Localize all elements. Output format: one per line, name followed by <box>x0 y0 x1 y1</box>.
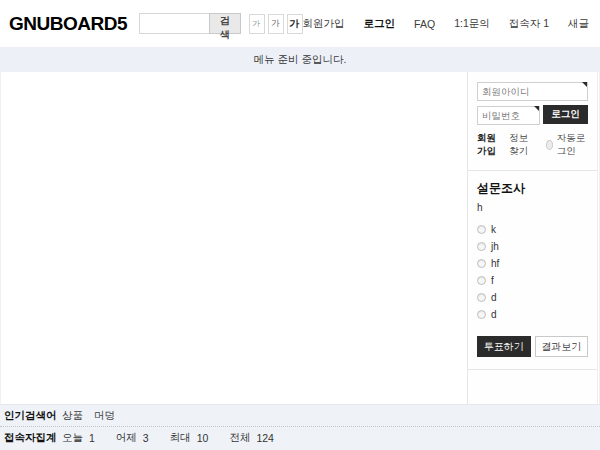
stat-value: 1 <box>89 432 95 444</box>
survey-option-label: jh <box>491 241 499 252</box>
survey-option-label: d <box>491 292 497 303</box>
search-button[interactable]: 검색 <box>209 13 241 34</box>
menu-placeholder-message: 메뉴 준비 중입니다. <box>254 53 347 67</box>
vote-button[interactable]: 투표하기 <box>477 336 531 357</box>
radio-icon[interactable] <box>477 242 486 251</box>
survey-option-2[interactable]: jh <box>477 238 588 255</box>
sidebar: 로그인 회원가입 정보찾기 자동로그인 설문조사 h k <box>467 72 598 404</box>
popular-search-item[interactable]: 상품 <box>62 409 83 423</box>
page: GNUBOARD5 검색 가 가 가 회원가입 로그인 FAQ 1:1문의 접속… <box>0 0 600 450</box>
popular-search-links: 상품 머덩 <box>62 409 115 423</box>
register-link[interactable]: 회원가입 <box>477 132 503 158</box>
visitor-stats-title: 접속자집계 <box>4 431 62 445</box>
survey-option-label: f <box>491 275 494 286</box>
stat-value: 10 <box>197 432 209 444</box>
radio-icon[interactable] <box>477 225 486 234</box>
survey-option-1[interactable]: k <box>477 221 588 238</box>
login-links: 회원가입 정보찾기 자동로그인 <box>477 132 588 158</box>
login-button[interactable]: 로그인 <box>543 105 588 124</box>
visitor-stats: 오늘 1 어제 3 최대 10 전체 124 <box>62 431 295 445</box>
password-row: 로그인 <box>477 105 588 125</box>
survey-option-5[interactable]: d <box>477 289 588 306</box>
search-form: 검색 <box>139 13 241 34</box>
stat-total: 전체 124 <box>229 431 274 445</box>
stat-yesterday: 어제 3 <box>116 431 149 445</box>
stat-max: 최대 10 <box>170 431 209 445</box>
search-input[interactable] <box>139 13 209 34</box>
stat-value: 124 <box>256 432 274 444</box>
footer: 인기검색어 상품 머덩 접속자집계 오늘 1 어제 3 최대 10 <box>0 405 600 450</box>
font-decrease-button[interactable]: 가 <box>249 14 265 34</box>
radio-icon[interactable] <box>477 293 486 302</box>
stat-today: 오늘 1 <box>62 431 95 445</box>
results-button[interactable]: 결과보기 <box>535 336 589 357</box>
font-size-controls: 가 가 가 <box>249 14 303 34</box>
nav-login[interactable]: 로그인 <box>364 17 396 31</box>
nav-faq[interactable]: FAQ <box>414 18 435 30</box>
auto-login-label: 자동로그인 <box>557 132 588 158</box>
stat-label: 전체 <box>229 431 250 445</box>
member-id-field-wrap <box>477 81 588 101</box>
survey-option-3[interactable]: hf <box>477 255 588 272</box>
stat-label: 어제 <box>116 431 137 445</box>
survey-question: h <box>477 202 588 213</box>
site-logo[interactable]: GNUBOARD5 <box>9 13 127 35</box>
font-increase-button[interactable]: 가 <box>287 14 303 34</box>
radio-icon[interactable] <box>477 276 486 285</box>
header: GNUBOARD5 검색 가 가 가 회원가입 로그인 FAQ 1:1문의 접속… <box>0 0 600 47</box>
menu-bar: 메뉴 준비 중입니다. <box>0 47 600 72</box>
survey-buttons: 투표하기 결과보기 <box>477 336 588 357</box>
member-id-input[interactable] <box>477 82 588 101</box>
visitor-stats-row: 접속자집계 오늘 1 어제 3 최대 10 전체 124 <box>0 427 600 449</box>
auto-login-toggle[interactable]: 자동로그인 <box>546 132 588 158</box>
stat-label: 오늘 <box>62 431 83 445</box>
popular-search-title: 인기검색어 <box>4 409 62 423</box>
survey-option-label: d <box>491 309 497 320</box>
popular-search-item[interactable]: 머덩 <box>94 409 115 423</box>
nav-visitors[interactable]: 접속자 1 <box>509 17 549 31</box>
survey-option-4[interactable]: f <box>477 272 588 289</box>
survey-option-label: hf <box>491 258 499 269</box>
top-nav: 회원가입 로그인 FAQ 1:1문의 접속자 1 새글 <box>303 17 591 31</box>
nav-new-posts[interactable]: 새글 <box>568 17 589 31</box>
nav-register[interactable]: 회원가입 <box>303 17 345 31</box>
stat-value: 3 <box>143 432 149 444</box>
find-info-link[interactable]: 정보찾기 <box>509 132 535 158</box>
login-box: 로그인 회원가입 정보찾기 자동로그인 <box>468 72 597 171</box>
content: 로그인 회원가입 정보찾기 자동로그인 설문조사 h k <box>0 72 600 405</box>
main-content-area <box>1 72 467 404</box>
survey-box: 설문조사 h k jh hf f <box>468 171 597 370</box>
nav-qna[interactable]: 1:1문의 <box>454 17 490 31</box>
stat-label: 최대 <box>170 431 191 445</box>
password-field-wrap <box>477 105 540 125</box>
popular-search-row: 인기검색어 상품 머덩 <box>0 405 600 427</box>
survey-title: 설문조사 <box>477 180 588 197</box>
survey-option-6[interactable]: d <box>477 306 588 323</box>
survey-option-label: k <box>491 224 496 235</box>
radio-icon[interactable] <box>477 259 486 268</box>
password-input[interactable] <box>477 106 540 125</box>
font-reset-button[interactable]: 가 <box>268 14 284 34</box>
auto-login-checkbox-icon[interactable] <box>546 140 553 150</box>
radio-icon[interactable] <box>477 310 486 319</box>
